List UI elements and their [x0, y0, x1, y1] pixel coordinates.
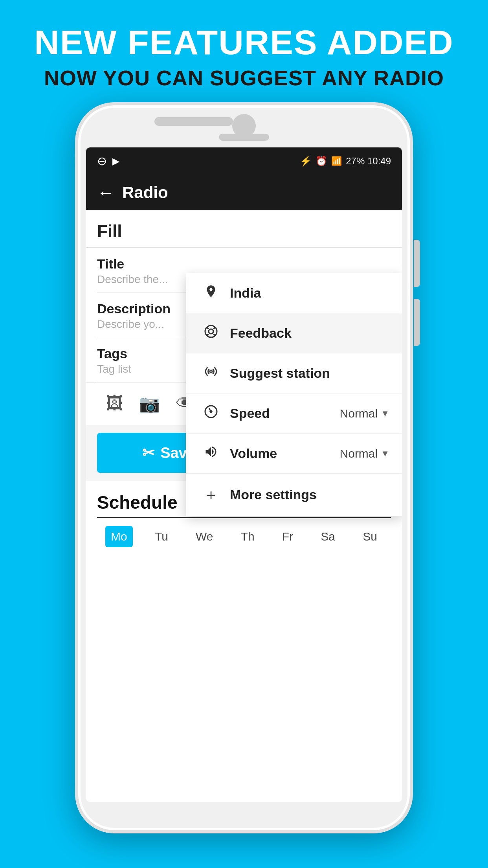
- header-subtitle: NOW YOU CAN SUGGEST ANY RADIO: [16, 66, 472, 90]
- volume-arrow: ▼: [381, 449, 389, 459]
- title-field-label: Title: [97, 248, 391, 273]
- signal-icon: 📶: [331, 156, 342, 166]
- save-icon: ✂: [142, 444, 155, 462]
- speaker-icon: [198, 445, 224, 462]
- svg-point-7: [210, 411, 212, 413]
- lifesaver-icon: [198, 324, 224, 342]
- day-mo[interactable]: Mo: [105, 526, 133, 547]
- day-su[interactable]: Su: [357, 526, 383, 547]
- schedule-divider: [97, 517, 391, 518]
- app-bar: ← Radio: [86, 175, 402, 210]
- volume-label: Volume: [224, 446, 340, 461]
- speed-dropdown[interactable]: Normal ▼: [340, 407, 389, 420]
- play-icon: ▶: [112, 156, 119, 167]
- back-button[interactable]: ←: [97, 183, 114, 202]
- alarm-icon: ⏰: [316, 156, 327, 167]
- more-label: More settings: [224, 487, 389, 502]
- day-tu[interactable]: Tu: [149, 526, 174, 547]
- speed-arrow: ▼: [381, 408, 389, 419]
- phone-speaker2: [219, 134, 269, 141]
- volume-value: Normal: [340, 447, 378, 460]
- speedometer-icon: [198, 405, 224, 422]
- camera-icon[interactable]: 📷: [139, 394, 160, 414]
- plus-icon: ＋: [198, 485, 224, 505]
- menu-item-volume[interactable]: Volume Normal ▼: [186, 434, 402, 474]
- battery-text: 27% 10:49: [346, 156, 391, 167]
- radio-wave-icon: [198, 364, 224, 382]
- phone-btn-right2: [414, 299, 420, 346]
- phone-screen: ⊖ ▶ ⚡ ⏰ 📶 27% 10:49 ← Radio Fill Title D…: [86, 147, 402, 802]
- header-section: NEW FEATURES ADDED NOW YOU CAN SUGGEST A…: [0, 0, 488, 102]
- menu-item-feedback[interactable]: Feedback: [186, 313, 402, 353]
- pin-icon: [198, 284, 224, 302]
- speed-value: Normal: [340, 407, 378, 420]
- day-th[interactable]: Th: [235, 526, 260, 547]
- phone-speaker: [154, 117, 233, 126]
- feedback-label: Feedback: [224, 326, 389, 341]
- menu-item-speed[interactable]: Speed Normal ▼: [186, 394, 402, 434]
- volume-dropdown[interactable]: Normal ▼: [340, 447, 389, 460]
- menu-item-india[interactable]: India: [186, 273, 402, 313]
- phone-wrapper: ⊖ ▶ ⚡ ⏰ 📶 27% 10:49 ← Radio Fill Title D…: [75, 102, 413, 833]
- svg-point-6: [210, 370, 212, 373]
- app-title: Radio: [122, 183, 168, 202]
- minus-icon: ⊖: [97, 155, 107, 167]
- day-fr[interactable]: Fr: [277, 526, 299, 547]
- svg-line-2: [207, 327, 208, 329]
- day-sa[interactable]: Sa: [315, 526, 341, 547]
- content-area: Fill Title Describe the... Description D…: [86, 210, 402, 547]
- fill-label: Fill: [86, 210, 402, 248]
- suggest-label: Suggest station: [224, 366, 389, 381]
- gallery-icon[interactable]: 🖼: [106, 394, 123, 414]
- svg-point-1: [209, 329, 213, 334]
- svg-line-4: [213, 327, 215, 329]
- phone-btn-right: [414, 240, 420, 287]
- bluetooth-icon: ⚡: [300, 156, 312, 167]
- menu-item-suggest[interactable]: Suggest station: [186, 353, 402, 394]
- days-row: Mo Tu We Th Fr Sa Su: [97, 526, 391, 547]
- day-we[interactable]: We: [190, 526, 218, 547]
- speed-label: Speed: [224, 406, 340, 421]
- menu-item-more[interactable]: ＋ More settings: [186, 474, 402, 516]
- header-title: NEW FEATURES ADDED: [16, 24, 472, 62]
- status-bar: ⊖ ▶ ⚡ ⏰ 📶 27% 10:49: [86, 147, 402, 175]
- dropdown-menu: India Feedback: [186, 273, 402, 516]
- india-label: India: [224, 285, 389, 301]
- svg-line-5: [207, 334, 208, 335]
- svg-line-3: [213, 334, 215, 335]
